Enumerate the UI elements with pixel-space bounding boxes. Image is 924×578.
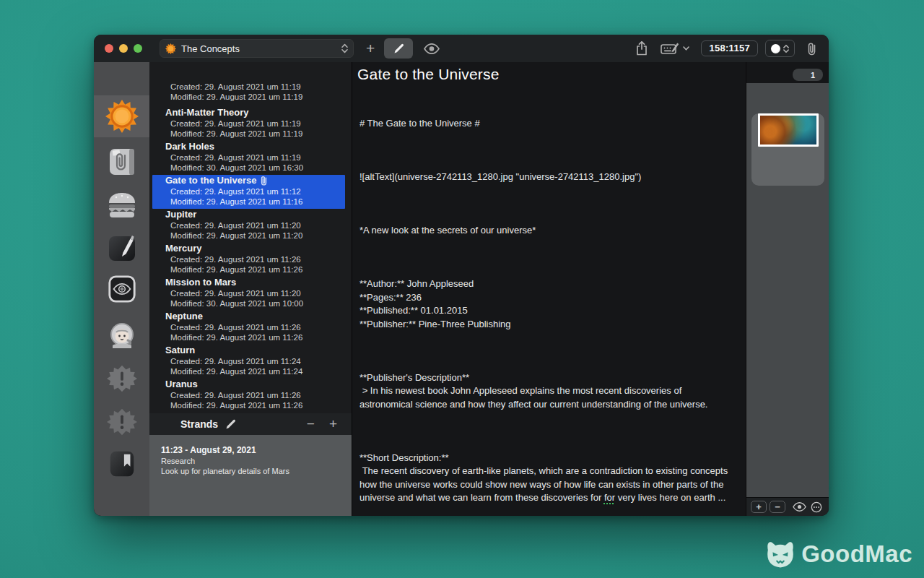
notebook-item-important-2[interactable] [94, 402, 149, 442]
app-window: The Concepts + [94, 35, 829, 516]
note-row[interactable]: Saturn Created: 29. August 2021 um 11:24… [149, 345, 352, 379]
note-title-text: Gate to the Universe [165, 175, 256, 186]
markdown-editor[interactable]: # The Gate to the Universe # ![altText](… [352, 84, 746, 516]
md-subtitle: *A new look at the secrets of our univer… [359, 224, 737, 238]
note-title: Dark Holes [165, 141, 345, 152]
attachment-button[interactable] [806, 42, 817, 56]
note-row[interactable]: Mission to Mars Created: 29. August 2021… [149, 277, 352, 311]
note-modified: Modified: 29. August 2021 um 11:19 [165, 129, 345, 139]
note-modified: Modified: 29. August 2021 um 11:26 [165, 264, 345, 275]
pencil-icon [393, 43, 405, 55]
notebook-item-archive[interactable] [94, 444, 149, 484]
notebook-item-concepts[interactable] [94, 95, 149, 137]
attachment-add-button[interactable]: + [751, 501, 767, 513]
note-modified: Modified: 30. August 2021 um 16:30 [165, 163, 345, 173]
notebook-item-watchlist[interactable] [94, 269, 149, 309]
traffic-lights [105, 44, 142, 53]
note-created: Created: 29. August 2021 um 11:26 [165, 254, 345, 264]
notebook-item-notes[interactable] [94, 228, 149, 269]
note-created: Created: 29. August 2021 um 11:26 [165, 390, 345, 400]
notebook-paperclip-icon [106, 146, 138, 178]
note-title: Anti-Matter Theory [165, 107, 345, 118]
note-title: Jupiter [165, 209, 345, 220]
note-row[interactable]: Uranus Created: 29. August 2021 um 11:26… [149, 379, 352, 413]
notebook-item-space[interactable] [94, 316, 149, 357]
strands-title: Strands [180, 418, 218, 430]
attachments-panel [746, 83, 829, 497]
note-list-column: Created: 29. August 2021 um 11:19 Modifi… [149, 62, 352, 516]
attachments-header: 1 [746, 62, 829, 83]
md-short-description-post: very lives here on earth ... [615, 492, 725, 503]
eye-icon [424, 43, 440, 54]
burger-icon [106, 189, 138, 221]
markup-keyboard-icon [661, 42, 679, 55]
note-title: Uranus [165, 379, 345, 390]
note-row[interactable]: Anti-Matter Theory Created: 29. August 2… [149, 107, 352, 141]
note-list[interactable]: Created: 29. August 2021 um 11:19 Modifi… [149, 62, 352, 413]
strand-panel[interactable]: 11:23 - August 29, 2021 Research Look up… [149, 435, 352, 516]
note-created: Created: 29. August 2021 um 11:12 [165, 186, 339, 197]
editor-column: Gate to the Universe # The Gate to the U… [352, 62, 746, 516]
preview-mode-button[interactable] [424, 43, 440, 54]
share-icon [636, 41, 648, 56]
word-char-counter: 158:1157 [701, 40, 758, 56]
watermark: GoodMac [764, 539, 912, 569]
pencil-icon[interactable] [225, 418, 237, 431]
strand-add-button[interactable]: + [326, 418, 340, 431]
strand-category: Research [161, 456, 340, 466]
note-row[interactable]: Jupiter Created: 29. August 2021 um 11:2… [149, 209, 352, 243]
note-row[interactable]: Mercury Created: 29. August 2021 um 11:2… [149, 243, 352, 277]
md-short-description-heading: **Short Description:** [359, 452, 449, 463]
note-modified: Modified: 29. August 2021 um 11:19 [165, 92, 345, 102]
strand-text: Look up for planetary details of Mars [161, 466, 340, 476]
close-button[interactable] [105, 44, 113, 53]
note-created: Created: 29. August 2021 um 11:19 [165, 152, 345, 163]
attachment-preview-button[interactable] [793, 502, 806, 512]
titlebar: The Concepts + [94, 35, 829, 62]
md-heading: # The Gate to the Universe # [359, 117, 737, 131]
eye-square-icon [107, 274, 137, 304]
edit-mode-button[interactable] [384, 38, 413, 59]
note-modified: Modified: 29. August 2021 um 11:26 [165, 332, 345, 342]
note-created: Created: 29. August 2021 um 11:19 [165, 82, 345, 92]
strand-remove-button[interactable]: − [304, 418, 318, 431]
goodmac-logo-icon [764, 539, 797, 569]
notebook-item-recipes[interactable] [94, 185, 149, 225]
markup-toolbar-button[interactable] [661, 42, 689, 55]
sun-icon [105, 100, 139, 133]
share-button[interactable] [636, 41, 648, 56]
notebook-item-journal[interactable] [94, 142, 149, 182]
attachment-remove-button[interactable]: − [770, 501, 785, 513]
note-title: Saturn [165, 345, 345, 356]
ellipsis-circle-icon [811, 501, 822, 513]
minimize-button[interactable] [119, 44, 128, 53]
note-title-heading: Gate to the Universe [352, 62, 746, 84]
note-title: Gate to the Universe [165, 175, 339, 186]
note-row[interactable]: Neptune Created: 29. August 2021 um 11:2… [149, 311, 352, 345]
status-selector[interactable] [765, 40, 795, 57]
note-title: Mercury [165, 243, 345, 254]
note-row[interactable]: Dark Holes Created: 29. August 2021 um 1… [149, 141, 352, 175]
badge-exclamation-icon [107, 407, 137, 437]
new-note-button[interactable]: + [366, 41, 375, 56]
note-modified: Modified: 29. August 2021 um 11:26 [165, 400, 345, 410]
paperclip-icon [806, 42, 817, 56]
md-image: ![altText](universe-2742113_1280.jpg "un… [359, 171, 737, 184]
badge-exclamation-icon [107, 363, 137, 394]
attachment-card[interactable] [751, 113, 824, 186]
main-content: Created: 29. August 2021 um 11:19 Modifi… [94, 62, 829, 516]
book-bookmark-icon [107, 449, 137, 479]
note-row-selected[interactable]: Gate to the Universe Created: 29. August… [152, 175, 345, 209]
note-created: Created: 29. August 2021 um 11:20 [165, 288, 345, 298]
grammar-hint-word: for [604, 492, 615, 503]
attachments-column: 1 + − [746, 62, 829, 516]
note-row-partial[interactable]: Created: 29. August 2021 um 11:19 Modifi… [149, 82, 352, 107]
zoom-button[interactable] [134, 44, 142, 53]
astronaut-icon [106, 321, 138, 353]
note-created: Created: 29. August 2021 um 11:24 [165, 356, 345, 366]
notebook-selector[interactable]: The Concepts [160, 39, 354, 58]
attachment-more-button[interactable] [811, 501, 822, 513]
note-created: Created: 29. August 2021 um 11:19 [165, 118, 345, 129]
note-created: Created: 29. August 2021 um 11:20 [165, 220, 345, 230]
notebook-item-important-1[interactable] [94, 358, 149, 399]
